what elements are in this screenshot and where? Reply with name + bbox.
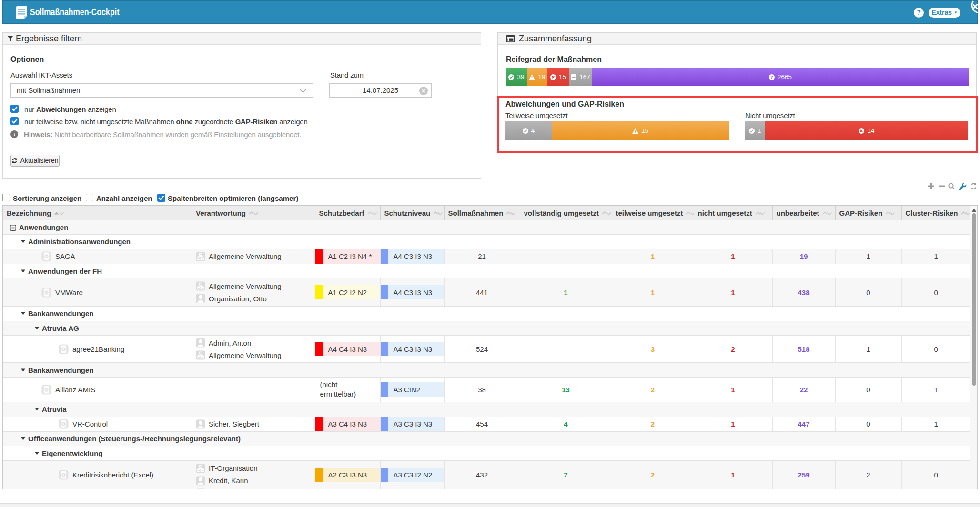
svg-text:?: ? xyxy=(770,75,773,80)
